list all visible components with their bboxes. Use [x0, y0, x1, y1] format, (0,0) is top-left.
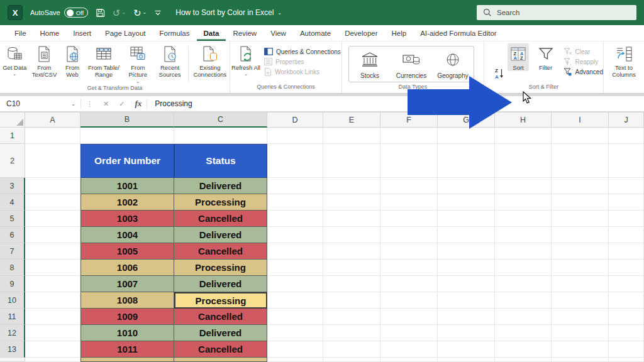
cell-B14[interactable]: [80, 358, 174, 362]
cell-G4[interactable]: [438, 194, 495, 211]
cell-B7[interactable]: 1005: [80, 243, 174, 260]
cell-D2[interactable]: [267, 144, 323, 178]
cell-I4[interactable]: [552, 194, 609, 211]
cell-B13[interactable]: 1011: [80, 341, 174, 358]
cell-C6[interactable]: Delivered: [174, 227, 267, 243]
cell-I6[interactable]: [552, 227, 609, 243]
tab-developer[interactable]: Developer: [338, 25, 384, 41]
cell-A11[interactable]: [25, 309, 80, 325]
cell-D4[interactable]: [267, 194, 323, 211]
cell-I5[interactable]: [552, 211, 609, 227]
cell-C5[interactable]: Cancelled: [174, 211, 267, 227]
cell-J9[interactable]: [609, 276, 644, 292]
cell-I13[interactable]: [552, 341, 609, 358]
cell-D1[interactable]: [267, 128, 323, 144]
cell-D14[interactable]: [267, 358, 323, 362]
cell-H11[interactable]: [495, 309, 552, 325]
cell-D5[interactable]: [267, 211, 323, 227]
cell-A1[interactable]: [25, 128, 80, 144]
cell-D9[interactable]: [267, 276, 323, 292]
undo-button[interactable]: ↺ ⌄: [113, 8, 126, 18]
cell-A4[interactable]: [25, 194, 80, 211]
cell-F12[interactable]: [380, 325, 438, 341]
cell-D11[interactable]: [267, 309, 323, 325]
cell-F13[interactable]: [380, 341, 438, 358]
cell-H3[interactable]: [495, 178, 552, 194]
cell-I2[interactable]: [552, 144, 609, 178]
formula-content[interactable]: Processing: [147, 99, 192, 108]
cell-A6[interactable]: [25, 227, 80, 243]
cell-J8[interactable]: [609, 260, 644, 276]
cell-B10[interactable]: 1008: [80, 292, 174, 309]
sort-button[interactable]: ZAAZ Sort: [508, 43, 530, 71]
cell-I3[interactable]: [552, 178, 609, 194]
cell-B5[interactable]: 1003: [80, 211, 174, 227]
tab-insert[interactable]: Insert: [66, 25, 98, 41]
cell-H14[interactable]: [495, 358, 552, 362]
cell-G13[interactable]: [438, 341, 495, 358]
table-header-status[interactable]: Status: [174, 144, 267, 178]
column-header-C[interactable]: C: [174, 112, 267, 128]
cell-A14[interactable]: [25, 358, 80, 362]
recent-sources-button[interactable]: Recent Sources: [153, 43, 186, 79]
from-table-range-button[interactable]: From Table/ Range: [86, 43, 123, 79]
cell-A13[interactable]: [25, 341, 80, 358]
cell-A7[interactable]: [25, 243, 80, 260]
cell-J14[interactable]: [609, 358, 644, 362]
cell-I14[interactable]: [552, 358, 609, 362]
cell-I9[interactable]: [552, 276, 609, 292]
cell-J2[interactable]: [609, 144, 644, 178]
cell-I12[interactable]: [552, 325, 609, 341]
cell-D12[interactable]: [267, 325, 323, 341]
cell-J6[interactable]: [609, 227, 644, 243]
cell-C3[interactable]: Delivered: [174, 178, 267, 194]
autosave-toggle[interactable]: AutoSave Off: [30, 8, 88, 18]
cell-E6[interactable]: [323, 227, 380, 243]
row-header-6[interactable]: 6: [0, 227, 25, 243]
cell-I10[interactable]: [552, 292, 609, 309]
table-header-order-number[interactable]: Order Number: [80, 144, 174, 178]
row-header-5[interactable]: 5: [0, 211, 25, 227]
cell-A10[interactable]: [25, 292, 80, 309]
cell-E13[interactable]: [323, 341, 380, 358]
cell-B1[interactable]: [80, 128, 174, 144]
existing-connections-button[interactable]: Existing Connections: [191, 43, 230, 79]
cell-H2[interactable]: [495, 144, 552, 178]
cell-D13[interactable]: [267, 341, 323, 358]
row-header-2[interactable]: 2: [0, 144, 25, 178]
cell-H8[interactable]: [495, 260, 552, 276]
cell-B8[interactable]: 1006: [80, 260, 174, 276]
cell-C9[interactable]: Delivered: [174, 276, 267, 292]
column-header-F[interactable]: F: [380, 112, 438, 128]
tab-formulas[interactable]: Formulas: [153, 25, 197, 41]
get-data-button[interactable]: Get Data ⌄: [0, 43, 29, 77]
cell-F14[interactable]: [380, 358, 438, 362]
cell-B4[interactable]: 1002: [80, 194, 174, 211]
cell-E8[interactable]: [323, 260, 380, 276]
cell-G7[interactable]: [438, 243, 495, 260]
cell-J10[interactable]: [609, 292, 644, 309]
cell-I7[interactable]: [552, 243, 609, 260]
cell-J11[interactable]: [609, 309, 644, 325]
cell-H9[interactable]: [495, 276, 552, 292]
more-options-icon[interactable]: ⋮: [81, 100, 98, 108]
queries-connections-button[interactable]: Queries & Connections: [264, 48, 341, 55]
cell-E1[interactable]: [323, 128, 380, 144]
row-header-11[interactable]: 11: [0, 309, 25, 325]
cell-I1[interactable]: [552, 128, 609, 144]
cell-D10[interactable]: [267, 292, 323, 309]
cell-E14[interactable]: [323, 358, 380, 362]
row-header-4[interactable]: 4: [0, 194, 25, 211]
from-text-csv-button[interactable]: From Text/CSV: [29, 43, 59, 79]
cell-C4[interactable]: Processing: [174, 194, 267, 211]
tab-help[interactable]: Help: [385, 25, 414, 41]
cell-F2[interactable]: [380, 144, 438, 178]
column-header-D[interactable]: D: [267, 112, 323, 128]
cell-D6[interactable]: [267, 227, 323, 243]
tab-file[interactable]: File: [8, 25, 33, 41]
cell-I11[interactable]: [552, 309, 609, 325]
cell-B3[interactable]: 1001: [80, 178, 174, 194]
column-header-I[interactable]: I: [552, 112, 609, 128]
text-to-columns-button[interactable]: Text to Columns: [605, 43, 643, 79]
cell-E10[interactable]: [323, 292, 380, 309]
